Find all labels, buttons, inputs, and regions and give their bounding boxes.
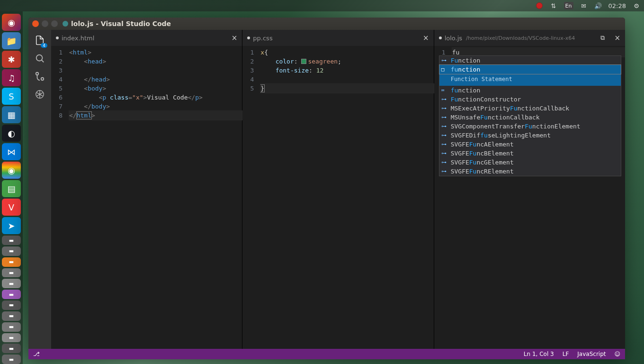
launcher-small-8[interactable]: ▬ bbox=[2, 311, 21, 321]
suggest-item[interactable]: ⊶SVGFEFuncBElement bbox=[439, 149, 621, 158]
suggest-kind-icon: ⊶ bbox=[441, 113, 448, 122]
tab-pp-css[interactable]: pp.css bbox=[247, 35, 272, 42]
launcher-telegram[interactable]: ➤ bbox=[2, 217, 21, 234]
suggest-kind-icon: □ bbox=[441, 65, 448, 74]
suggest-label: SVGFEFuncGElement bbox=[451, 158, 514, 167]
launcher-app-1[interactable]: 📁 bbox=[2, 32, 21, 49]
record-indicator[interactable] bbox=[536, 2, 543, 9]
unity-launcher: ◉ 📁 ✱ ♫ S ▦ ◐ ⋈ ◉ ▤ V ➤ ▬ ▬ ▬ ▬ ▬ ▬ ▬ ▬ … bbox=[0, 11, 23, 364]
suggest-kind-icon: ⊶ bbox=[441, 149, 448, 158]
file-path: /home/pixel/Downloads/VSCode-linux-x64 bbox=[466, 35, 575, 41]
launcher-small-11[interactable]: ▬ bbox=[2, 344, 21, 353]
code-editor-1[interactable]: 12345678 <html> <head> </head> <body> <p… bbox=[51, 46, 242, 349]
explorer-badge: 4 bbox=[41, 43, 47, 48]
status-eol[interactable]: LF bbox=[563, 351, 569, 357]
status-ln-col[interactable]: Ln 1, Col 3 bbox=[524, 351, 554, 357]
suggest-item[interactable]: ⊶MSUnsafeFunctionCallback bbox=[439, 113, 621, 122]
launcher-skype[interactable]: S bbox=[2, 88, 21, 105]
close-editor-icon[interactable]: × bbox=[232, 34, 238, 42]
debug-icon[interactable] bbox=[34, 89, 45, 100]
svg-point-2 bbox=[36, 73, 39, 75]
launcher-app-2[interactable]: ✱ bbox=[2, 51, 21, 68]
suggest-item[interactable]: ⊶MSExecAtPriorityFunctionCallback bbox=[439, 104, 621, 113]
suggest-item[interactable]: ⊶FunctionConstructor bbox=[439, 95, 621, 104]
launcher-app-3[interactable]: ▦ bbox=[2, 106, 21, 123]
tab-index-html[interactable]: index.html bbox=[56, 35, 94, 42]
dash-button[interactable]: ◉ bbox=[2, 14, 21, 31]
suggest-detail: Function Statement bbox=[439, 74, 621, 86]
window-maximize-button[interactable] bbox=[51, 20, 58, 27]
suggest-item[interactable]: ≔function bbox=[439, 86, 621, 95]
split-editor-icon[interactable]: ⧉ bbox=[600, 34, 605, 42]
code-editor-3[interactable]: 1 fu ⊶Function□functionFunction Statemen… bbox=[434, 46, 625, 349]
keyboard-layout-indicator[interactable]: En bbox=[564, 2, 573, 9]
launcher-small-3[interactable]: ▬ bbox=[2, 257, 21, 267]
tab-bar-3: lolo.js /home/pixel/Downloads/VSCode-lin… bbox=[434, 30, 625, 46]
suggest-item[interactable]: ⊶SVGFEFuncGElement bbox=[439, 158, 621, 167]
suggest-kind-icon: ⊶ bbox=[441, 158, 448, 167]
launcher-small-6[interactable]: ▬ bbox=[2, 290, 21, 299]
suggest-item[interactable]: ⊶SVGComponentTransferFunctionElement bbox=[439, 122, 621, 131]
launcher-small-1[interactable]: ▬ bbox=[2, 236, 21, 245]
git-branch-icon[interactable] bbox=[33, 351, 41, 357]
tab-lolo-js[interactable]: lolo.js bbox=[439, 35, 462, 42]
network-icon[interactable]: ⇅ bbox=[550, 2, 557, 9]
launcher-small-5[interactable]: ▬ bbox=[2, 279, 21, 288]
settings-gear-icon[interactable]: ⚙ bbox=[633, 2, 640, 9]
launcher-small-9[interactable]: ▬ bbox=[2, 322, 21, 332]
code-content[interactable]: <html> <head> </head> <body> <p class="x… bbox=[69, 48, 242, 349]
suggest-kind-icon: ⊶ bbox=[441, 140, 448, 149]
dirty-indicator-icon bbox=[439, 36, 442, 39]
tab-label: lolo.js bbox=[445, 35, 462, 42]
launcher-music[interactable]: ♫ bbox=[2, 69, 21, 86]
tab-label: index.html bbox=[62, 35, 94, 42]
suggest-label: Function bbox=[451, 56, 481, 65]
feedback-smiley-icon[interactable]: ☺ bbox=[614, 351, 620, 357]
suggest-kind-icon: ⊶ bbox=[441, 104, 448, 113]
code-content[interactable]: x{ color: seagreen; font-size: 12 } bbox=[260, 48, 433, 349]
suggest-item[interactable]: ⊶Function bbox=[439, 56, 621, 65]
git-icon[interactable] bbox=[34, 71, 45, 82]
code-editor-2[interactable]: 12345 x{ color: seagreen; font-size: 12 … bbox=[242, 46, 433, 349]
window-minimize-button[interactable] bbox=[42, 20, 48, 27]
clock[interactable]: 02:28 bbox=[608, 2, 626, 9]
launcher-vivaldi[interactable]: V bbox=[2, 199, 21, 216]
launcher-chrome[interactable]: ◉ bbox=[2, 162, 21, 179]
launcher-vscode[interactable]: ⋈ bbox=[2, 143, 21, 160]
svg-line-1 bbox=[42, 60, 44, 63]
dirty-indicator-icon bbox=[247, 36, 250, 39]
suggest-item[interactable]: ⊶SVGFEFuncRElement bbox=[439, 167, 621, 176]
code-content[interactable]: fu ⊶Function□functionFunction Statement≔… bbox=[452, 48, 625, 349]
launcher-small-4[interactable]: ▬ bbox=[2, 268, 21, 278]
suggest-kind-icon: ⊶ bbox=[441, 131, 448, 140]
launcher-small-7[interactable]: ▬ bbox=[2, 300, 21, 310]
window-close-button[interactable] bbox=[32, 20, 39, 27]
launcher-small-10[interactable]: ▬ bbox=[2, 333, 21, 343]
close-editor-icon[interactable]: × bbox=[423, 34, 429, 42]
suggest-item[interactable]: ⊶SVGFEFuncAElement bbox=[439, 140, 621, 149]
window-titlebar[interactable]: lolo.js - Visual Studio Code bbox=[28, 18, 625, 30]
launcher-app-4[interactable]: ▤ bbox=[2, 180, 21, 197]
mail-icon[interactable]: ✉ bbox=[580, 2, 588, 9]
launcher-small-12[interactable]: ▬ bbox=[2, 355, 21, 364]
volume-icon[interactable]: 🔊 bbox=[594, 2, 602, 9]
svg-point-0 bbox=[36, 55, 43, 61]
explorer-icon[interactable]: 4 bbox=[34, 35, 45, 46]
status-bar: Ln 1, Col 3 LF JavaScript ☺ bbox=[28, 349, 625, 359]
suggest-label: SVGFEDiffuseLightingElement bbox=[451, 131, 551, 140]
suggest-kind-icon: ⊶ bbox=[441, 167, 448, 176]
status-language[interactable]: JavaScript bbox=[577, 351, 606, 357]
close-editor-icon[interactable]: × bbox=[614, 34, 620, 42]
launcher-small-2[interactable]: ▬ bbox=[2, 246, 21, 256]
suggest-label: SVGComponentTransferFunctionElement bbox=[451, 122, 581, 131]
suggest-item[interactable]: ⊶SVGFEDiffuseLightingElement bbox=[439, 131, 621, 140]
search-icon[interactable] bbox=[34, 53, 45, 64]
launcher-steam[interactable]: ◐ bbox=[2, 125, 21, 142]
suggest-label: SVGFEFuncRElement bbox=[451, 167, 514, 176]
suggest-kind-icon: ⊶ bbox=[441, 95, 448, 104]
tab-label: pp.css bbox=[253, 35, 272, 42]
editor-pane-1: index.html × 12345678 <html> <head> </he… bbox=[51, 30, 242, 349]
tab-bar-2: pp.css × bbox=[242, 30, 433, 46]
suggest-item[interactable]: □function bbox=[439, 65, 621, 74]
suggest-label: FunctionConstructor bbox=[451, 95, 521, 104]
